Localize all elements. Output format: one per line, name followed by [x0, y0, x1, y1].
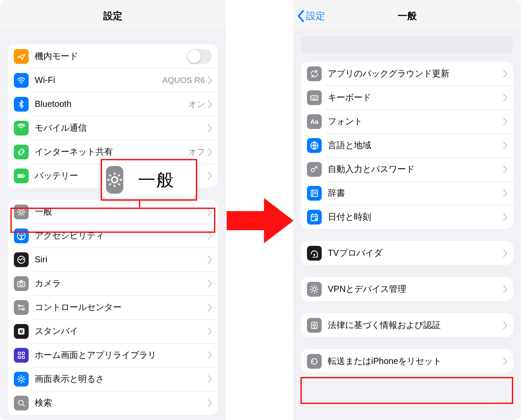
- svg-rect-17: [18, 356, 21, 358]
- row-datetime[interactable]: 日付と時刻: [301, 205, 513, 229]
- row-fonts[interactable]: Aaフォント: [301, 109, 513, 133]
- row-label: フォント: [328, 116, 363, 127]
- chevron-right-icon: [208, 124, 212, 132]
- svg-rect-18: [22, 356, 25, 358]
- tv-icon: [307, 246, 322, 261]
- chevron-right-icon: [208, 100, 212, 108]
- row-wifi[interactable]: Wi-FiAQUOS R6: [8, 68, 218, 92]
- settings-content: 機内モードWi-FiAQUOS R6Bluetoothオンモバイル通信インターネ…: [0, 44, 226, 415]
- row-value: オン: [188, 99, 205, 110]
- callout-label: 一般: [138, 168, 175, 192]
- chevron-right-icon: [208, 399, 212, 407]
- chevron-right-icon: [503, 118, 507, 126]
- switches-icon: [14, 300, 29, 315]
- svg-point-29: [313, 324, 316, 326]
- row-label: 画面表示と明るさ: [35, 373, 104, 385]
- row-label: インターネット共有: [35, 146, 113, 158]
- chevron-right-icon: [208, 232, 212, 240]
- book-icon: [307, 186, 322, 201]
- chevron-right-icon: [208, 148, 212, 156]
- svg-point-26: [315, 218, 317, 220]
- row-hotspot[interactable]: インターネット共有オフ: [8, 140, 218, 164]
- svg-point-19: [20, 377, 23, 380]
- chevron-right-icon: [208, 327, 212, 335]
- row-label: コントロールセンター: [35, 301, 122, 313]
- svg-rect-21: [311, 96, 318, 100]
- row-home[interactable]: ホーム画面とアプリライブラリ: [8, 343, 218, 367]
- row-label: バッテリー: [35, 170, 78, 182]
- row-camera[interactable]: カメラ: [8, 271, 218, 295]
- row-airplane[interactable]: 機内モード: [8, 44, 218, 68]
- row-bgrefresh[interactable]: アプリのバックグラウンド更新: [301, 62, 513, 86]
- general-group-main: アプリのバックグラウンド更新キーボードAaフォント言語と地域自動入力とパスワード…: [301, 62, 513, 229]
- row-autofill[interactable]: 自動入力とパスワード: [301, 157, 513, 181]
- chevron-right-icon: [503, 94, 507, 102]
- row-dict[interactable]: 辞書: [301, 181, 513, 205]
- gear-icon: [106, 166, 123, 194]
- row-cellular[interactable]: モバイル通信: [8, 116, 218, 140]
- page-title: 設定: [103, 10, 122, 23]
- row-label: キーボード: [328, 92, 371, 103]
- svg-point-10: [20, 282, 23, 285]
- row-label: Bluetooth: [35, 99, 72, 109]
- row-standby[interactable]: スタンバイ: [8, 319, 218, 343]
- row-label: VPNとデバイス管理: [328, 283, 406, 295]
- standby-icon: [14, 324, 29, 339]
- chevron-right-icon: [208, 351, 212, 359]
- row-legal[interactable]: 法律に基づく情報および認証: [301, 313, 513, 337]
- row-label: 転送またはiPhoneをリセット: [328, 355, 442, 367]
- row-reset[interactable]: 転送またはiPhoneをリセット: [301, 349, 513, 373]
- chevron-right-icon: [208, 280, 212, 288]
- svg-point-11: [18, 305, 20, 307]
- row-accessibility[interactable]: アクセシビリティ: [8, 224, 218, 248]
- row-label: TVプロバイダ: [328, 247, 383, 259]
- chevron-right-icon: [503, 357, 507, 365]
- chevron-right-icon: [503, 321, 507, 329]
- row-label: Siri: [35, 255, 47, 265]
- svg-point-5: [20, 210, 23, 213]
- row-bluetooth[interactable]: Bluetoothオン: [8, 92, 218, 116]
- key-icon: [307, 162, 322, 177]
- row-label: アクセシビリティ: [35, 230, 104, 241]
- chevron-right-icon: [208, 172, 212, 180]
- row-label: 日付と時刻: [328, 211, 371, 223]
- antenna-icon: [14, 121, 29, 136]
- link-icon: [14, 145, 29, 159]
- row-search[interactable]: 検索: [8, 391, 218, 415]
- general-group-tv: TVプロバイダ: [301, 241, 513, 265]
- reset-icon: [307, 354, 322, 369]
- chevron-right-icon: [208, 208, 212, 216]
- row-siri[interactable]: Siri: [8, 248, 218, 271]
- row-general[interactable]: 一般: [8, 200, 218, 224]
- general-content: アプリのバックグラウンド更新キーボードAaフォント言語と地域自動入力とパスワード…: [293, 62, 521, 373]
- camera-icon: [14, 276, 29, 291]
- bluetooth-icon: [14, 97, 29, 112]
- phone-general: 設定 一般 アプリのバックグラウンド更新キーボードAaフォント言語と地域自動入力…: [293, 0, 521, 420]
- chevron-left-icon: [297, 10, 304, 22]
- row-label: 辞書: [328, 187, 345, 199]
- row-tvprovider[interactable]: TVプロバイダ: [301, 241, 513, 265]
- row-lang[interactable]: 言語と地域: [301, 133, 513, 157]
- row-label: 自動入力とパスワード: [328, 163, 415, 175]
- svg-point-7: [21, 233, 22, 235]
- toggle-switch[interactable]: [187, 49, 212, 64]
- row-vpn[interactable]: VPNとデバイス管理: [301, 277, 513, 301]
- row-value: AQUOS R6: [162, 76, 205, 85]
- svg-rect-3: [24, 175, 25, 177]
- calendar-icon: [307, 210, 322, 225]
- row-display[interactable]: 画面表示と明るさ: [8, 367, 218, 391]
- row-label: Wi-Fi: [35, 75, 55, 85]
- chevron-right-icon: [503, 70, 507, 78]
- page-title: 一般: [398, 10, 417, 23]
- back-label: 設定: [306, 10, 325, 23]
- navbar-general: 設定 一般: [293, 0, 521, 32]
- access-icon: [14, 228, 29, 243]
- row-keyboard[interactable]: キーボード: [301, 86, 513, 109]
- chevron-right-icon: [503, 142, 507, 149]
- chevron-right-icon: [208, 76, 212, 84]
- row-controlcenter[interactable]: コントロールセンター: [8, 295, 218, 319]
- wifi-icon: [14, 73, 29, 88]
- back-button[interactable]: 設定: [297, 0, 325, 32]
- row-label: スタンバイ: [35, 325, 78, 337]
- row-label: モバイル通信: [35, 122, 87, 134]
